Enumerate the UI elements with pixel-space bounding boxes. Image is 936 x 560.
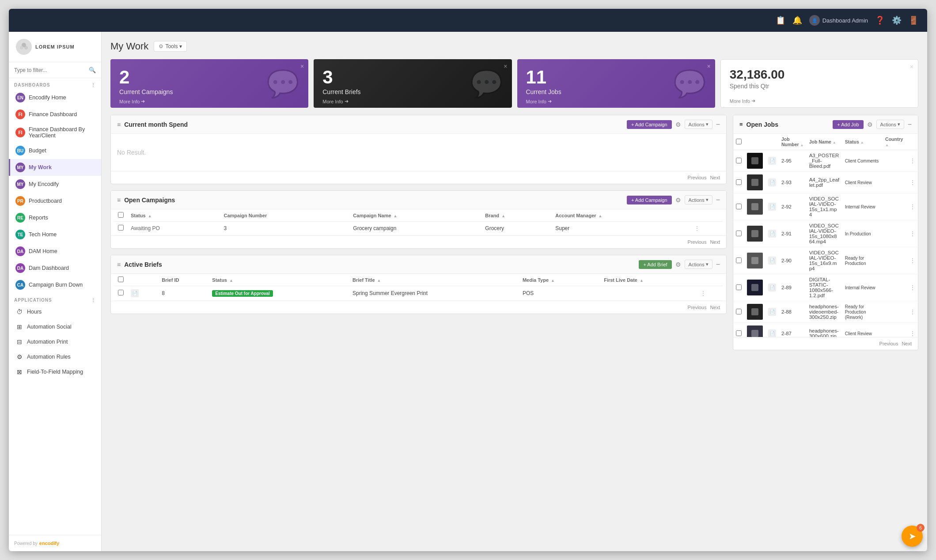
actions-btn-jobs[interactable]: Actions ▾ — [876, 120, 904, 129]
list-icon-briefs: ≡ — [117, 261, 121, 268]
row-checkbox-job-6[interactable] — [736, 309, 742, 314]
bell-icon[interactable]: 🔔 — [792, 15, 802, 25]
sidebar-item-hours[interactable]: ⏱ Hours — [9, 304, 101, 319]
campaigns-next-btn[interactable]: Next — [710, 239, 720, 245]
sidebar-item-field-mapping[interactable]: ⊠ Field-To-Field Mapping — [9, 364, 101, 379]
select-all-jobs[interactable] — [736, 139, 742, 144]
row-checkbox-job-1[interactable] — [736, 179, 742, 185]
sidebar-search-container: 🔍 — [9, 62, 101, 78]
add-campaign-btn-spend[interactable]: + Add Campaign — [627, 120, 672, 129]
sidebar-item-budget[interactable]: BU Budget — [9, 142, 101, 159]
briefs-next-btn[interactable]: Next — [710, 305, 720, 310]
sidebar-item-campaign-burn-down[interactable]: CA Campaign Burn Down — [9, 276, 101, 293]
row-actions-job-3[interactable]: ⋮ — [910, 231, 915, 236]
sidebar-item-reports[interactable]: RE Reports — [9, 209, 101, 226]
sidebar-item-dam-home[interactable]: DA DAM Home — [9, 243, 101, 260]
user-name: Dashboard Admin — [822, 17, 868, 24]
more-info-spend[interactable]: More Info ➜ — [730, 98, 755, 104]
sidebar-item-encodify-home[interactable]: EN Encodify Home — [9, 89, 101, 106]
help-icon[interactable]: ❓ — [875, 15, 885, 25]
row-checkbox-job-2[interactable] — [736, 204, 742, 209]
fab-button[interactable]: ➤ 6 — [902, 526, 923, 547]
row-actions-job-4[interactable]: ⋮ — [910, 258, 915, 263]
gear-btn-briefs[interactable]: ⚙ — [675, 261, 681, 268]
row-actions-brief-0[interactable]: ⋮ — [701, 290, 706, 296]
row-actions-job-7[interactable]: ⋮ — [910, 331, 915, 336]
job-country-6 — [883, 301, 907, 323]
actions-btn-campaigns[interactable]: Actions ▾ — [685, 195, 712, 204]
col-brief-status: Status ▲ — [208, 274, 349, 286]
collapse-btn-jobs[interactable]: − — [908, 121, 912, 129]
add-job-btn[interactable]: + Add Job — [833, 120, 863, 129]
sidebar-item-automation-print[interactable]: ⊟ Automation Print — [9, 334, 101, 349]
collapse-btn-briefs[interactable]: − — [716, 261, 720, 269]
sidebar-item-finance-by-year[interactable]: FI Finance Dashboard By Year/Client — [9, 123, 101, 142]
sidebar-item-automation-social[interactable]: ⊞ Automation Social — [9, 319, 101, 334]
brief-doc-icon-0: 📄 — [131, 289, 139, 297]
actions-btn-briefs[interactable]: Actions ▾ — [685, 260, 712, 269]
gear-btn-jobs[interactable]: ⚙ — [867, 121, 873, 128]
search-input[interactable] — [14, 67, 86, 73]
open-campaigns-table-container: Status ▲ Campaign Number Campaign Na — [111, 209, 726, 235]
page-header: My Work ⚙ Tools ▾ — [110, 41, 918, 52]
jobs-prev-btn[interactable]: Previous — [879, 341, 898, 346]
row-actions-job-5[interactable]: ⋮ — [910, 285, 915, 290]
row-checkbox-job-0[interactable] — [736, 158, 742, 163]
row-checkbox-job-7[interactable] — [736, 330, 742, 336]
job-thumb-2 — [747, 199, 763, 215]
more-info-briefs[interactable]: More Info ➜ — [322, 98, 348, 104]
settings-icon[interactable]: ⚙️ — [892, 15, 902, 25]
jobs-next-btn[interactable]: Next — [902, 341, 912, 346]
sidebar-item-finance-dashboard[interactable]: FI Finance Dashboard — [9, 106, 101, 123]
row-checkbox-campaigns-0[interactable] — [118, 225, 124, 231]
sidebar-item-automation-rules[interactable]: ⚙ Automation Rules — [9, 349, 101, 364]
more-info-campaigns[interactable]: More Info ➜ — [119, 98, 145, 104]
sidebar-item-my-encodify[interactable]: MY My Encodify — [9, 176, 101, 193]
close-jobs-icon[interactable]: × — [707, 63, 711, 70]
row-actions-campaigns-0[interactable]: ⋮ — [694, 225, 700, 231]
gear-btn-spend[interactable]: ⚙ — [675, 121, 681, 128]
tools-button[interactable]: ⚙ Tools ▾ — [154, 41, 187, 52]
chevron-icon-jobs: ▾ — [898, 121, 900, 127]
collapse-btn-spend[interactable]: − — [716, 121, 720, 129]
avatar-pr: PR — [15, 196, 25, 206]
spend-next-btn[interactable]: Next — [710, 175, 720, 180]
job-thumb-4 — [747, 253, 763, 269]
row-actions-job-2[interactable]: ⋮ — [910, 204, 915, 209]
row-checkbox-brief-0[interactable] — [118, 290, 124, 295]
add-brief-btn[interactable]: + Add Brief — [639, 260, 671, 269]
applications-menu-icon[interactable]: ⋮ — [91, 298, 96, 303]
close-spend-icon[interactable]: × — [910, 63, 913, 70]
row-actions-job-1[interactable]: ⋮ — [910, 180, 915, 185]
select-all-briefs[interactable] — [118, 276, 124, 282]
campaigns-prev-btn[interactable]: Previous — [688, 239, 707, 245]
user-menu[interactable]: 👤 Dashboard Admin — [809, 15, 868, 26]
logout-icon[interactable]: 🚪 — [909, 15, 918, 25]
row-checkbox-job-4[interactable] — [736, 257, 742, 263]
clipboard-icon[interactable]: 📋 — [776, 15, 785, 25]
row-actions-job-6[interactable]: ⋮ — [910, 309, 915, 314]
sidebar-item-tech-home[interactable]: TE Tech Home — [9, 226, 101, 243]
sidebar-item-dam-dashboard[interactable]: DA Dam Dashboard — [9, 260, 101, 276]
row-actions-job-0[interactable]: ⋮ — [910, 158, 915, 163]
close-briefs-icon[interactable]: × — [504, 63, 507, 70]
close-campaigns-icon[interactable]: × — [300, 63, 304, 70]
sidebar-item-productboard[interactable]: PR Productboard — [9, 193, 101, 209]
sidebar-item-my-work[interactable]: MY My Work — [9, 159, 101, 176]
select-all-campaigns[interactable] — [118, 212, 124, 218]
sidebar-label-productboard: Productboard — [29, 198, 62, 204]
actions-btn-spend[interactable]: Actions ▾ — [685, 120, 712, 129]
job-doc-icon-3: 📄 — [768, 230, 776, 238]
sidebar-label-budget: Budget — [29, 148, 46, 154]
row-checkbox-job-3[interactable] — [736, 231, 742, 236]
add-campaign-btn-open[interactable]: + Add Campaign — [627, 196, 672, 204]
sort-live-date-icon: ▲ — [640, 278, 644, 283]
briefs-prev-btn[interactable]: Previous — [688, 305, 707, 310]
job-number-1: 2-93 — [779, 172, 807, 193]
gear-btn-campaigns[interactable]: ⚙ — [675, 197, 681, 204]
collapse-btn-campaigns[interactable]: − — [716, 196, 720, 204]
row-checkbox-job-5[interactable] — [736, 284, 742, 290]
spend-prev-btn[interactable]: Previous — [688, 175, 707, 180]
dashboards-menu-icon[interactable]: ⋮ — [91, 83, 96, 87]
more-info-jobs[interactable]: More Info ➜ — [526, 98, 552, 104]
